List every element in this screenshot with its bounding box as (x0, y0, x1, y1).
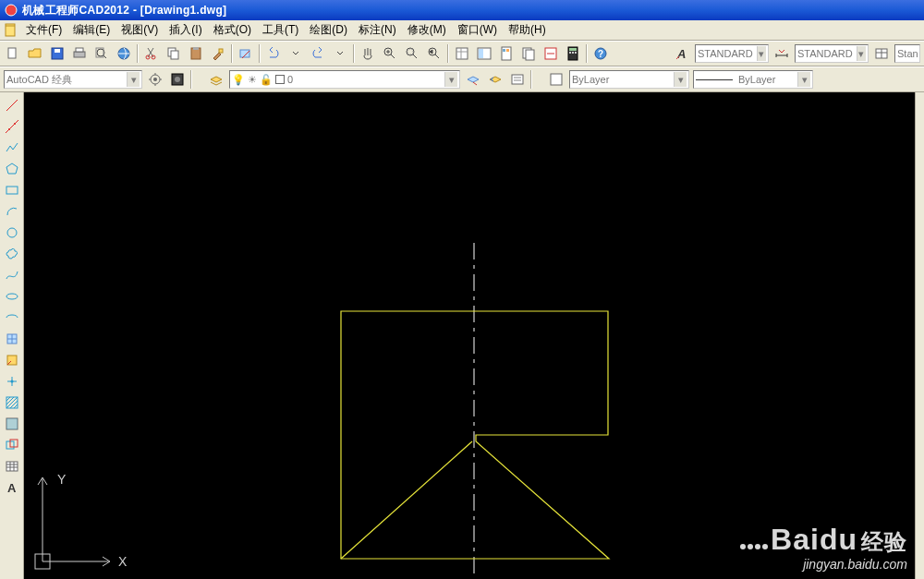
separator (586, 44, 588, 63)
tablestyle-combo[interactable]: Stan (894, 44, 920, 63)
svg-rect-17 (240, 50, 249, 57)
layermatch-button[interactable] (463, 69, 483, 90)
menu-tools[interactable]: 工具(T) (257, 20, 304, 40)
designcenter-button[interactable] (474, 43, 494, 64)
redo-dropdown[interactable] (330, 43, 350, 64)
menu-help[interactable]: 帮助(H) (503, 20, 552, 40)
layerprops-button[interactable] (206, 69, 226, 90)
separator (530, 70, 532, 89)
menu-window[interactable]: 窗口(W) (452, 20, 503, 40)
copy-button[interactable] (164, 43, 184, 64)
drawing-diagonal (341, 441, 472, 559)
svg-rect-5 (74, 52, 85, 57)
menu-draw[interactable]: 绘图(D) (304, 20, 353, 40)
menu-insert[interactable]: 插入(I) (164, 20, 207, 40)
hatch-tool[interactable] (2, 392, 22, 413)
ucs-icon (35, 477, 110, 569)
layerstate-button[interactable] (507, 69, 528, 90)
bylayer-checkbox[interactable] (546, 69, 566, 90)
rectangle-tool[interactable] (2, 180, 22, 200)
toolbar-layers: AutoCAD 经典▾ 💡 ☀ 🔓 0 ▾ ByLayer▾ ByLayer ▾ (0, 66, 924, 92)
model-canvas[interactable]: Y X Baidu 经验 jingyan.baidu.com (24, 92, 915, 579)
menu-view[interactable]: 视图(V) (116, 20, 164, 40)
zoom-window-button[interactable] (402, 43, 422, 64)
redo-button[interactable] (308, 43, 328, 64)
sheetset-button[interactable] (518, 43, 539, 64)
table-tool[interactable] (2, 456, 22, 476)
menubar: 文件(F) 编辑(E) 视图(V) 插入(I) 格式(O) 工具(T) 绘图(D… (0, 20, 924, 41)
svg-rect-44 (512, 75, 523, 84)
pline-tool[interactable] (2, 138, 22, 158)
workspace-combo[interactable]: AutoCAD 经典▾ (4, 70, 142, 89)
svg-rect-22 (456, 48, 468, 59)
separator (231, 44, 233, 63)
ellipsearc-tool[interactable] (2, 308, 22, 328)
menu-edit[interactable]: 编辑(E) (67, 20, 116, 40)
layerprev-button[interactable] (485, 69, 505, 90)
app-icon (4, 3, 18, 18)
linetype-combo[interactable]: ByLayer ▾ (693, 70, 813, 89)
insert-tool[interactable] (2, 329, 22, 349)
arc-tool[interactable] (2, 201, 22, 222)
separator (137, 44, 139, 63)
menu-dim[interactable]: 标注(N) (353, 20, 402, 40)
menu-format[interactable]: 格式(O) (208, 20, 257, 40)
quickcalc-button[interactable] (563, 43, 583, 64)
cut-button[interactable] (141, 43, 162, 64)
new-button[interactable] (3, 43, 23, 64)
svg-rect-48 (6, 187, 18, 194)
menu-modify[interactable]: 修改(M) (402, 20, 452, 40)
svg-rect-26 (503, 49, 505, 52)
mtext-tool[interactable]: A (2, 477, 22, 498)
paste-button[interactable] (186, 43, 206, 64)
textstyle-combo[interactable]: STANDARD▾ (695, 44, 769, 63)
workspace-lock-icon[interactable] (167, 69, 188, 90)
tablestyle-icon[interactable] (871, 43, 892, 64)
revcloud-tool[interactable] (2, 244, 22, 264)
properties-button[interactable] (452, 43, 472, 64)
svg-text:A: A (7, 481, 17, 495)
svg-rect-6 (76, 48, 83, 52)
line-tool[interactable] (2, 95, 22, 115)
dimstyle-icon[interactable] (772, 43, 792, 64)
open-button[interactable] (25, 43, 45, 64)
tablestyle-value: Stan (897, 48, 918, 59)
dimstyle-combo[interactable]: STANDARD▾ (795, 44, 869, 63)
region-tool[interactable] (2, 435, 22, 455)
svg-rect-24 (479, 49, 483, 58)
pan-button[interactable] (358, 43, 378, 64)
ellipse-tool[interactable] (2, 286, 22, 307)
layer-combo[interactable]: 💡 ☀ 🔓 0 ▾ (229, 70, 460, 89)
matchprop-button[interactable] (208, 43, 228, 64)
zoom-realtime-button[interactable] (380, 43, 400, 64)
menu-file[interactable]: 文件(F) (20, 20, 67, 40)
block-tool[interactable] (2, 350, 22, 370)
plot-button[interactable] (69, 43, 90, 64)
save-button[interactable] (47, 43, 67, 64)
workspace-value: AutoCAD 经典 (6, 73, 72, 87)
polygon-tool[interactable] (2, 159, 22, 179)
xline-tool[interactable] (2, 116, 22, 137)
workspace: A Y X Baidu 经验 jingyan.baidu.com (0, 92, 924, 579)
spline-tool[interactable] (2, 265, 22, 285)
blockedit-button[interactable] (236, 43, 256, 64)
textstyle-icon[interactable]: A (672, 43, 692, 64)
publish-button[interactable] (114, 43, 134, 64)
svg-rect-33 (569, 52, 571, 54)
markup-button[interactable] (541, 43, 561, 64)
svg-rect-32 (569, 48, 577, 51)
svg-rect-56 (6, 418, 18, 429)
workspace-settings-icon[interactable] (145, 69, 165, 90)
help-button[interactable]: ? (590, 43, 611, 64)
preview-button[interactable] (91, 43, 112, 64)
undo-dropdown[interactable] (286, 43, 306, 64)
point-tool[interactable] (2, 371, 22, 392)
svg-point-49 (7, 228, 17, 237)
circle-tool[interactable] (2, 223, 22, 243)
undo-button[interactable] (263, 43, 284, 64)
gradient-tool[interactable] (2, 414, 22, 434)
color-combo[interactable]: ByLayer▾ (569, 70, 689, 89)
lock-icon: 🔓 (260, 74, 273, 86)
toolpalettes-button[interactable] (496, 43, 517, 64)
zoom-prev-button[interactable] (424, 43, 444, 64)
